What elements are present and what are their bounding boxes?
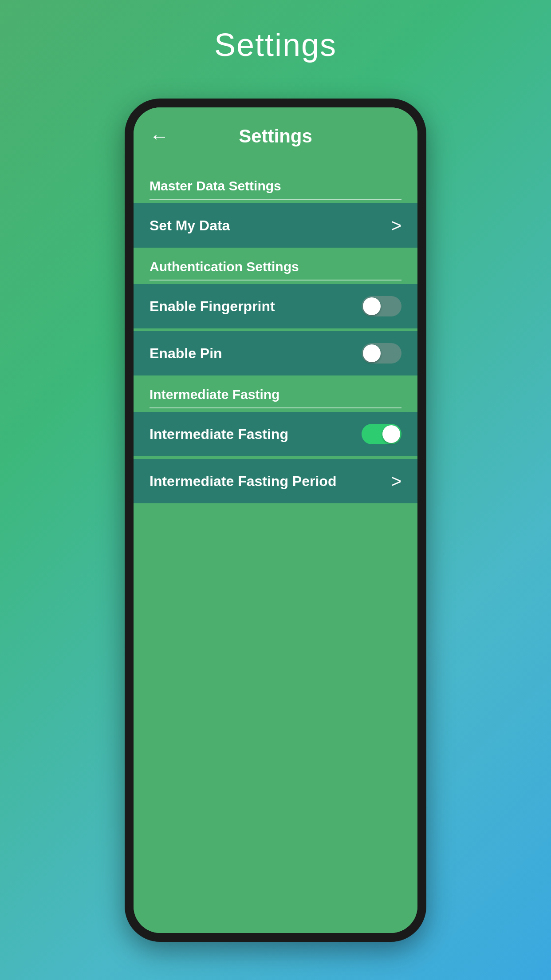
intermediate-fasting-toggle[interactable] [362, 424, 401, 444]
enable-fingerprint-row[interactable]: Enable Fingerprint [134, 284, 417, 328]
phone-frame: ← Settings Master Data Settings Set My D… [125, 99, 426, 942]
enable-pin-row[interactable]: Enable Pin [134, 331, 417, 375]
set-my-data-label: Set My Data [150, 217, 230, 234]
intermediate-fasting-label: Intermediate Fasting [150, 426, 288, 443]
set-my-data-arrow-icon: > [391, 216, 401, 236]
enable-fingerprint-toggle-thumb [363, 297, 381, 315]
settings-content: Master Data Settings Set My Data > Authe… [134, 156, 417, 933]
enable-fingerprint-toggle[interactable] [362, 296, 401, 316]
enable-fingerprint-label: Enable Fingerprint [150, 298, 275, 315]
section-divider-master-data [150, 199, 401, 200]
enable-pin-label: Enable Pin [150, 345, 222, 362]
page-title: Settings [214, 27, 337, 63]
section-label-master-data: Master Data Settings [134, 170, 417, 199]
intermediate-fasting-period-arrow-icon: > [391, 471, 401, 491]
intermediate-fasting-period-row[interactable]: Intermediate Fasting Period > [134, 459, 417, 503]
section-divider-authentication [150, 280, 401, 281]
app-header: ← Settings [134, 107, 417, 156]
section-label-authentication: Authentication Settings [134, 250, 417, 280]
section-label-intermediate-fasting: Intermediate Fasting [134, 378, 417, 407]
intermediate-fasting-period-label: Intermediate Fasting Period [150, 473, 336, 490]
back-button[interactable]: ← [150, 125, 169, 147]
intermediate-fasting-row[interactable]: Intermediate Fasting [134, 412, 417, 456]
intermediate-fasting-toggle-thumb [382, 425, 400, 443]
enable-pin-toggle-thumb [363, 344, 381, 362]
phone-screen: ← Settings Master Data Settings Set My D… [134, 107, 417, 933]
app-header-title: Settings [239, 126, 312, 147]
enable-pin-toggle[interactable] [362, 343, 401, 364]
section-divider-intermediate-fasting [150, 407, 401, 408]
set-my-data-row[interactable]: Set My Data > [134, 203, 417, 248]
